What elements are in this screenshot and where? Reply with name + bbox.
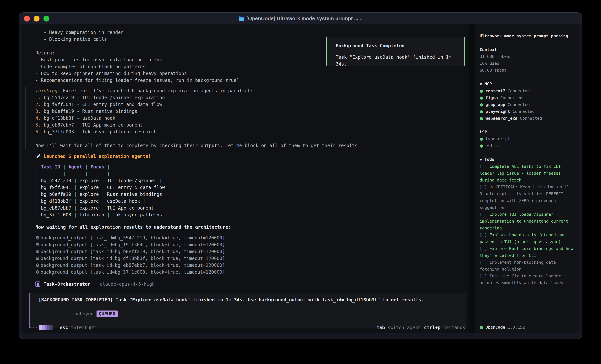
thinking-intro: Thinking: Excellent! I've launched 6 bac… [35, 87, 467, 94]
todo-heading[interactable]: ▼Todo [480, 156, 574, 163]
thinking-item: 1. bg_5547c219 - TUI loader/spinner expl… [35, 94, 467, 101]
tool-call-line: ⚙background_output [task_id=bg_f9ff3041,… [35, 242, 467, 249]
mcp-item: ●playwright Connected [480, 108, 574, 115]
lsp-item: ●typescript [480, 135, 574, 142]
table-row: | bg_37f1c003 | librarian | Ink async pa… [35, 212, 467, 219]
agent-name: Task-Orchestrator [44, 281, 90, 288]
gear-icon: ⚙ [35, 235, 40, 240]
agents-table: | Task ID | Agent | Focus | |---------|-… [25, 164, 467, 219]
ctrlp-key-hint: ctrl+p [424, 325, 441, 330]
lsp-item: ●eslint [480, 142, 574, 149]
conversation-pane: - Heavy computation in render - Blocking… [22, 25, 469, 333]
todo-item: [ ] Implement non-blocking data fetching… [480, 259, 574, 273]
mcp-item: ●websearch_exa Connected [480, 115, 574, 122]
todo-section: ▼Todo [ ] Complete ALL tasks to fix CLI … [480, 156, 574, 286]
status-dot-icon: ● [480, 136, 483, 141]
status-dot-icon: ● [480, 109, 483, 114]
mcp-heading[interactable]: ▼MCP [480, 81, 574, 87]
prompt-input[interactable]: Task-Orchestrator Opus 4.5 High Anthropi… [29, 333, 466, 333]
todo-item: [ ] Explore how data is fetched and pass… [480, 231, 574, 245]
app-version: ●OpenCode 1.0.152 [480, 324, 525, 331]
tool-call-line: ⚙background_output [task_id=bg_5547c219,… [35, 235, 467, 242]
table-separator-row: |---------|-------|-------| [35, 171, 467, 178]
thinking-label: Thinking: [35, 88, 60, 94]
statusbar-right: tab switch agent ctrl+p commands [377, 325, 465, 330]
status-dot-icon: ● [480, 116, 483, 121]
completed-message-text: [BACKGROUND TASK COMPLETED] Task "Explor… [39, 297, 462, 303]
lsp-heading: LSP [480, 129, 574, 135]
background-output-calls: ⚙background_output [task_id=bg_5547c219,… [25, 235, 467, 276]
todo-item: [ ] ⚠ CRITICAL: Keep iterating until Ora… [480, 184, 574, 211]
table-header-row: | Task ID | Agent | Focus | [35, 164, 467, 171]
status-dot-icon: ● [480, 143, 483, 148]
todo-item: [ ] Explore Rust core bindings and how t… [480, 245, 574, 259]
version-number: 1.0.152 [508, 325, 525, 330]
tab-key-hint: tab [377, 325, 385, 330]
tool-call-line: ⚙background_output [task_id=bg_df18bb3f,… [35, 255, 467, 262]
chevron-down-icon: ▼ [480, 158, 482, 162]
gear-icon: ⚙ [35, 263, 40, 268]
thinking-item: 4. bg_df18bb3f - useData hook [35, 115, 467, 122]
context-spent: $0.00 spent [480, 67, 574, 74]
agent-attribution: Task-Orchestrator · claude-opus-4-5-high [35, 281, 467, 288]
tool-call-line: ⚙background_output [task_id=bg_b0effa19,… [35, 249, 467, 255]
table-row: | bg_b0effa19 | explore | Rust native bi… [35, 192, 467, 198]
rocket-icon [35, 154, 41, 159]
gear-icon: ⚙ [35, 269, 40, 275]
gear-icon: ⚙ [35, 242, 40, 247]
agent-model: claude-opus-4-5-high [100, 281, 155, 288]
chevron-down-icon: ▼ [480, 82, 482, 86]
brand-name: OpenCode [486, 325, 505, 330]
context-used: 16% used [480, 60, 574, 67]
todo-item: [ ] Test the fix to ensure loader animat… [480, 273, 574, 286]
app-window: [OpenCode] Ultrawork mode system prompt … [19, 12, 582, 339]
thinking-item: 3. bg_b0effa19 - Rust native bindings [35, 108, 467, 115]
window-title-text: [OpenCode] Ultrawork mode system prompt … [246, 16, 363, 21]
tool-call-line: ⚙background_output [task_id=bg_eb87ebb7,… [35, 262, 467, 269]
table-row: | bg_f9ff3041 | explore | CLI entry & da… [35, 185, 467, 192]
table-row: | bg_5547c219 | explore | TUI loader/spi… [35, 178, 467, 185]
background-completed-message: [BACKGROUND TASK COMPLETED] Task "Explor… [29, 293, 466, 328]
result-line: - How to keep spinner animating during h… [35, 70, 467, 77]
status-badge: QUEUED [97, 310, 118, 317]
titlebar: [OpenCode] Ultrawork mode system prompt … [19, 13, 582, 25]
statusbar: esc interrupt tab switch agent ctrl+p co… [22, 324, 469, 331]
thinking-item: 6. bg_37f1c003 - Ink async patterns rese… [35, 128, 467, 135]
status-dot-icon: ● [480, 102, 483, 107]
context-tokens: 31,686 tokens [480, 53, 574, 60]
mcp-item: ●figma Connected [480, 95, 574, 101]
lsp-section: LSP ●typescript ●eslint [480, 129, 574, 149]
thinking-item: 2. bg_f9ff3041 - CLI entry point and dat… [35, 101, 467, 108]
mcp-section: ▼MCP ●context7 Connected ●figma Connecte… [480, 81, 574, 122]
waiting-line: Now waiting for all exploration results … [35, 224, 467, 230]
completed-message-meta: junhoyeoQUEUED [39, 304, 462, 324]
window-title: [OpenCode] Ultrawork mode system prompt … [19, 16, 582, 21]
thinking-outro: Now I'll wait for all of them to complet… [35, 142, 467, 149]
tool-call-line: ⚙background_output [task_id=bg_37f1c003,… [35, 269, 467, 276]
gear-icon: ⚙ [35, 249, 40, 254]
context-heading: Context [480, 46, 574, 53]
status-dot-icon: ● [480, 96, 483, 100]
username: junhoyeo [71, 311, 94, 316]
warning-icon: ⚠ [490, 185, 493, 189]
context-section: Context 31,686 tokens 16% used $0.00 spe… [480, 46, 574, 74]
loading-spinner [30, 325, 53, 330]
todo-item: [ ] Explore TUI loader/spinner implement… [480, 211, 574, 231]
result-line: - Heavy computation in render [35, 29, 467, 36]
toast-notification[interactable]: Background Task Completed Task "Explore … [326, 37, 465, 66]
thinking-block: Thinking: Excellent! I've launched 6 bac… [25, 87, 467, 149]
pane-divider [469, 25, 475, 333]
status-dot-icon: ● [480, 88, 483, 93]
table-row: | bg_eb87ebb7 | explore | TUI App compon… [35, 205, 467, 212]
toast-title: Background Task Completed [336, 42, 464, 49]
sidebar: Ultrawork mode system prompt parsing Con… [475, 25, 579, 333]
thinking-item: 5. bg_eb87ebb7 - TUI App main component [35, 122, 467, 128]
toast-body: Task "Explore useData hook" finished in … [336, 54, 464, 67]
conversation-scrollback: - Heavy computation in render - Blocking… [22, 25, 469, 333]
table-row: | bg_df18bb3f | explore | useData hook | [35, 198, 467, 205]
gear-icon: ⚙ [35, 256, 40, 261]
session-title: Ultrawork mode system prompt parsing [480, 33, 574, 39]
folder-icon [238, 16, 244, 21]
agent-avatar-icon [35, 281, 40, 287]
launch-announcement: Launched 6 parallel exploration agents! [35, 153, 467, 160]
